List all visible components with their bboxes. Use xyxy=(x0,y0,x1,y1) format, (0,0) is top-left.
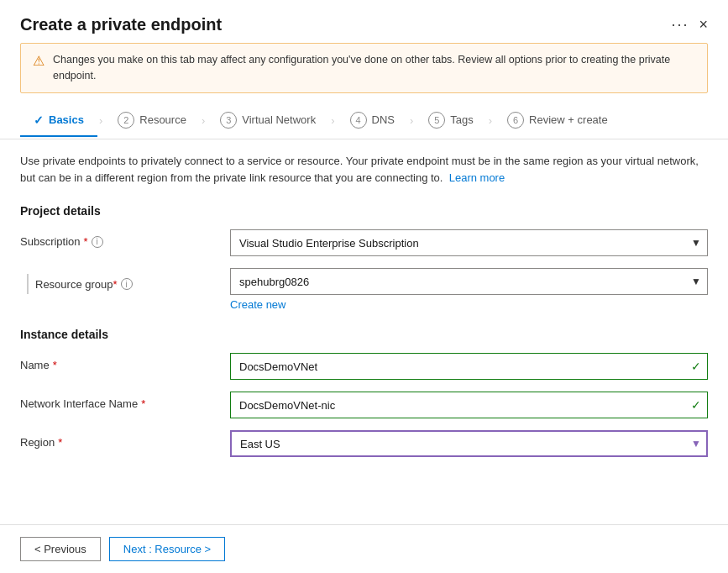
tab-review-number: 6 xyxy=(507,112,524,129)
indent-bar xyxy=(27,274,29,294)
tab-resource[interactable]: 2 Resource xyxy=(104,103,200,139)
region-select-wrapper: East US ▼ xyxy=(230,430,708,457)
resource-group-select[interactable]: spehubrg0826 xyxy=(230,268,708,295)
learn-more-link[interactable]: Learn more xyxy=(449,171,505,184)
next-button[interactable]: Next : Resource > xyxy=(109,537,225,561)
name-label: Name * xyxy=(20,353,230,371)
name-valid-icon: ✓ xyxy=(691,360,701,373)
resource-group-control: spehubrg0826 ▼ Create new xyxy=(230,268,708,311)
nic-name-input[interactable] xyxy=(230,392,708,418)
more-options-icon[interactable]: ··· xyxy=(671,16,689,34)
tab-dns[interactable]: 4 DNS xyxy=(337,103,408,139)
nic-name-row: Network Interface Name * ✓ xyxy=(20,392,708,418)
region-required: * xyxy=(58,436,62,449)
tab-basics[interactable]: ✓ Basics xyxy=(20,105,97,137)
region-row: Region * East US ▼ xyxy=(20,430,708,457)
region-label: Region * xyxy=(20,430,230,449)
tab-divider-5: › xyxy=(487,114,494,127)
nic-input-wrapper: ✓ xyxy=(230,392,708,418)
warning-icon: ⚠ xyxy=(33,53,45,69)
tab-divider-4: › xyxy=(408,114,415,127)
tab-basics-check-icon: ✓ xyxy=(34,113,44,127)
tabs-bar: ✓ Basics › 2 Resource › 3 Virtual Networ… xyxy=(0,103,728,139)
subscription-select-wrapper: Visual Studio Enterprise Subscription ▼ xyxy=(230,229,708,256)
tab-vnet-number: 3 xyxy=(220,112,237,129)
tab-divider-3: › xyxy=(329,114,336,127)
tab-resource-number: 2 xyxy=(118,112,134,129)
nic-name-label: Network Interface Name * xyxy=(20,392,230,410)
tab-vnet-label: Virtual Network xyxy=(242,113,316,126)
subscription-required: * xyxy=(84,235,88,248)
resource-group-required: * xyxy=(113,278,118,291)
tab-dns-label: DNS xyxy=(372,113,395,126)
create-new-resource-group-link[interactable]: Create new xyxy=(230,298,708,311)
region-control: East US ▼ xyxy=(230,430,708,457)
name-required: * xyxy=(53,359,57,371)
tab-divider-2: › xyxy=(200,114,207,127)
tab-review-label: Review + create xyxy=(529,113,608,126)
subscription-info-icon[interactable]: i xyxy=(92,236,103,248)
subscription-row: Subscription * i Visual Studio Enterpris… xyxy=(20,229,708,256)
warning-text: Changes you make on this tab may affect … xyxy=(53,52,695,84)
tab-divider-1: › xyxy=(97,114,104,127)
name-row: Name * ✓ xyxy=(20,353,708,380)
resource-group-info-icon[interactable]: i xyxy=(121,278,133,290)
resource-group-label-wrap: Resource group * i xyxy=(20,268,230,294)
create-private-endpoint-dialog: Create a private endpoint ··· × ⚠ Change… xyxy=(0,0,728,573)
subscription-control: Visual Studio Enterprise Subscription ▼ xyxy=(230,229,708,256)
region-select[interactable]: East US xyxy=(230,430,708,457)
tab-virtual-network[interactable]: 3 Virtual Network xyxy=(207,103,329,139)
close-icon[interactable]: × xyxy=(699,16,708,34)
tab-tags-number: 5 xyxy=(428,112,445,129)
instance-details-section: Instance details Name * ✓ Network Interf xyxy=(20,328,708,457)
nic-valid-icon: ✓ xyxy=(691,398,701,412)
tab-resource-label: Resource xyxy=(139,113,186,126)
previous-button[interactable]: < Previous xyxy=(20,537,101,561)
description-text: Use private endpoints to privately conne… xyxy=(20,153,708,188)
description-body: Use private endpoints to privately conne… xyxy=(20,155,699,185)
nic-name-control: ✓ xyxy=(230,392,708,418)
subscription-select[interactable]: Visual Studio Enterprise Subscription xyxy=(230,229,708,256)
project-details-title: Project details xyxy=(20,204,708,218)
subscription-label: Subscription * i xyxy=(20,229,230,248)
resource-group-row: Resource group * i spehubrg0826 ▼ Create… xyxy=(20,268,708,311)
project-details-section: Project details Subscription * i Visual … xyxy=(20,204,708,311)
name-control: ✓ xyxy=(230,353,708,380)
instance-details-title: Instance details xyxy=(20,328,708,341)
tab-tags[interactable]: 5 Tags xyxy=(415,103,486,139)
dialog-title: Create a private endpoint xyxy=(20,15,222,34)
tab-dns-number: 4 xyxy=(350,112,367,129)
name-input[interactable] xyxy=(230,353,708,380)
header-actions: ··· × xyxy=(671,16,708,34)
tab-basics-label: Basics xyxy=(49,113,84,126)
name-input-wrapper: ✓ xyxy=(230,353,708,380)
dialog-header: Create a private endpoint ··· × xyxy=(0,0,728,43)
nic-required: * xyxy=(141,397,145,410)
dialog-footer: < Previous Next : Resource > xyxy=(0,524,728,573)
resource-group-select-wrapper: spehubrg0826 ▼ xyxy=(230,268,708,295)
warning-banner: ⚠ Changes you make on this tab may affec… xyxy=(20,43,708,93)
content-area: Use private endpoints to privately conne… xyxy=(0,139,728,525)
tab-review-create[interactable]: 6 Review + create xyxy=(494,103,621,139)
tab-tags-label: Tags xyxy=(450,113,473,126)
